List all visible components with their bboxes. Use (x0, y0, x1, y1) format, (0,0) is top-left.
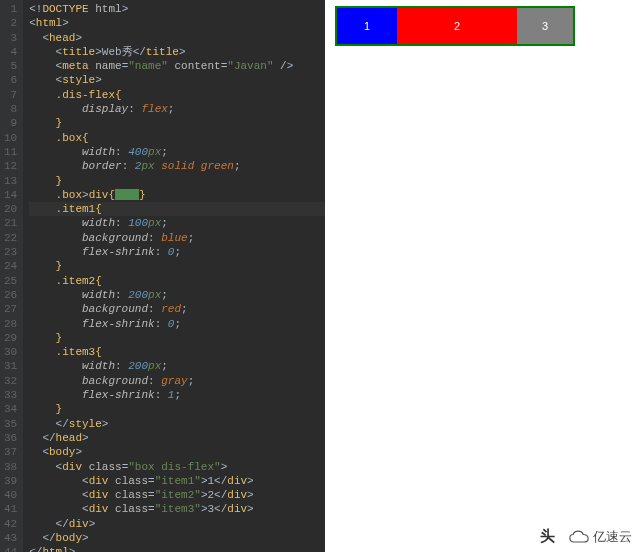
preview-pane: 1 2 3 头 亿速云 (325, 0, 640, 552)
watermark-right-text: 亿速云 (593, 528, 632, 546)
code-token: > (95, 46, 102, 58)
code-token: 400 (128, 146, 148, 158)
code-token (29, 189, 55, 201)
code-line[interactable]: } (29, 174, 325, 188)
line-number: 41 (4, 502, 17, 516)
code-line[interactable]: <style> (29, 73, 325, 87)
code-line[interactable]: <!DOCTYPE html> (29, 2, 325, 16)
code-token: width (82, 217, 115, 229)
code-line[interactable]: </html> (29, 545, 325, 552)
code-token: > (89, 518, 96, 530)
line-number: 5 (4, 59, 17, 73)
code-line[interactable]: <meta name="name" content="Javan" /> (29, 59, 325, 73)
code-token: .box (56, 189, 82, 201)
code-token: "name" (128, 60, 174, 72)
code-token: head (49, 32, 75, 44)
code-line[interactable]: .dis-flex{ (29, 88, 325, 102)
code-token: = (148, 475, 155, 487)
code-token: > (69, 546, 76, 552)
code-token: 200 (128, 289, 148, 301)
code-line[interactable]: <body> (29, 445, 325, 459)
code-token: ; (161, 146, 168, 158)
code-line[interactable]: flex-shrink: 1; (29, 388, 325, 402)
code-line[interactable]: flex-shrink: 0; (29, 317, 325, 331)
code-token: background (82, 375, 148, 387)
code-line[interactable]: <div class="item2">2</div> (29, 488, 325, 502)
code-token: html (95, 3, 121, 15)
code-token: solid (161, 160, 201, 172)
line-number: 8 (4, 102, 17, 116)
code-line[interactable]: </style> (29, 417, 325, 431)
code-line[interactable]: .box>div{} (29, 188, 325, 202)
code-line[interactable]: <head> (29, 31, 325, 45)
code-token: < (82, 489, 89, 501)
code-editor-pane[interactable]: 1234567891011121314202122232425262728293… (0, 0, 325, 552)
code-token: div (69, 518, 89, 530)
code-token: : (122, 160, 135, 172)
watermark-right: 亿速云 (569, 528, 632, 546)
code-token: > (82, 532, 89, 544)
code-token: blue (161, 232, 187, 244)
code-line[interactable]: <div class="item3">3</div> (29, 502, 325, 516)
code-line[interactable]: width: 100px; (29, 216, 325, 230)
code-line[interactable]: <div class="item1">1</div> (29, 474, 325, 488)
folded-region-marker[interactable] (115, 189, 139, 200)
code-line[interactable]: } (29, 331, 325, 345)
line-number: 14 (4, 188, 17, 202)
line-number: 36 (4, 431, 17, 445)
code-token: > (122, 3, 129, 15)
code-token: > (75, 446, 82, 458)
code-line[interactable]: } (29, 259, 325, 273)
code-token: ; (234, 160, 241, 172)
code-line[interactable]: width: 200px; (29, 359, 325, 373)
code-token (29, 46, 55, 58)
code-token (29, 289, 82, 301)
code-token: 200 (128, 360, 148, 372)
code-token (29, 175, 55, 187)
code-area[interactable]: <!DOCTYPE html><html> <head> <title>Web秀… (23, 0, 325, 552)
code-line[interactable]: background: blue; (29, 231, 325, 245)
code-line[interactable]: background: gray; (29, 374, 325, 388)
code-token (29, 203, 55, 215)
code-line[interactable]: </head> (29, 431, 325, 445)
code-line[interactable]: <div class="box dis-flex"> (29, 460, 325, 474)
flex-item-3: 3 (517, 8, 573, 44)
code-token (29, 518, 55, 530)
code-line[interactable]: } (29, 116, 325, 130)
code-line[interactable]: flex-shrink: 0; (29, 245, 325, 259)
code-token: </ (42, 532, 55, 544)
code-token: : (155, 318, 168, 330)
code-line[interactable]: width: 400px; (29, 145, 325, 159)
code-token: </ (56, 418, 69, 430)
code-token: width (82, 146, 115, 158)
line-number: 39 (4, 474, 17, 488)
code-line[interactable]: border: 2px solid green; (29, 159, 325, 173)
code-line[interactable]: width: 200px; (29, 288, 325, 302)
code-token: div (227, 475, 247, 487)
code-line[interactable]: .item2{ (29, 274, 325, 288)
code-token: title (146, 46, 179, 58)
code-line[interactable]: </div> (29, 517, 325, 531)
line-number: 32 (4, 374, 17, 388)
line-number: 29 (4, 331, 17, 345)
code-token: ; (168, 103, 175, 115)
code-token: > (82, 432, 89, 444)
code-token: .box (56, 132, 82, 144)
code-line[interactable]: .item1{ (29, 202, 325, 216)
code-line[interactable]: display: flex; (29, 102, 325, 116)
code-line[interactable]: background: red; (29, 302, 325, 316)
flex-item-1: 1 (337, 8, 397, 44)
code-line[interactable]: } (29, 402, 325, 416)
code-token (29, 32, 42, 44)
code-token (29, 332, 55, 344)
code-line[interactable]: </body> (29, 531, 325, 545)
code-token: .item2 (56, 275, 96, 287)
code-line[interactable]: .item3{ (29, 345, 325, 359)
code-token: class (115, 489, 148, 501)
code-token (29, 375, 82, 387)
code-line[interactable]: <title>Web秀</title> (29, 45, 325, 59)
code-line[interactable]: .box{ (29, 131, 325, 145)
code-token: } (56, 175, 63, 187)
code-token: { (82, 132, 89, 144)
code-line[interactable]: <html> (29, 16, 325, 30)
